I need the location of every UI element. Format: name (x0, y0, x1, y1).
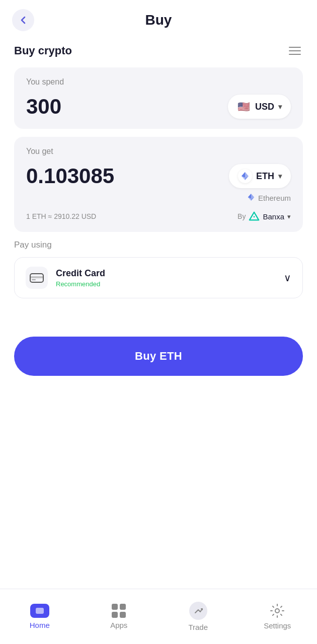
get-card: You get 0.103085 ETH ▾ (14, 137, 303, 232)
currency-selector-usd[interactable]: 🇺🇸 USD ▾ (228, 95, 291, 119)
apps-grid-cell-1 (112, 604, 118, 610)
svg-rect-12 (32, 279, 36, 280)
pay-chevron-icon: ∨ (284, 272, 291, 284)
settings-icon (270, 603, 285, 618)
svg-marker-2 (242, 172, 245, 178)
get-row: 0.103085 ETH ▾ (26, 164, 291, 188)
payment-method-selector[interactable]: Credit Card Recommended ∨ (14, 257, 303, 298)
provider-chevron-icon: ▾ (287, 213, 291, 220)
menu-line-2 (289, 50, 301, 51)
usd-chevron-icon: ▾ (278, 103, 282, 111)
trade-icon (189, 602, 207, 620)
spend-row: 300 🇺🇸 USD ▾ (26, 95, 291, 119)
menu-button[interactable] (287, 45, 303, 57)
nav-label-home: Home (30, 621, 50, 629)
buy-eth-button[interactable]: Buy ETH (14, 337, 303, 376)
apps-grid-cell-3 (112, 612, 118, 618)
svg-rect-11 (30, 276, 43, 278)
get-label: You get (26, 147, 291, 156)
spend-label: You spend (26, 77, 291, 87)
trade-icon-svg (193, 606, 203, 616)
back-button[interactable] (12, 9, 34, 31)
menu-line-1 (289, 47, 301, 48)
header: Buy (0, 0, 317, 36)
apps-icon (112, 604, 126, 618)
spend-card: You spend 300 🇺🇸 USD ▾ (14, 67, 303, 129)
eth-icon (238, 169, 252, 183)
menu-line-3 (289, 54, 301, 55)
svg-marker-6 (248, 194, 251, 199)
eth-label: ETH (256, 171, 274, 182)
rate-text: 1 ETH ≈ 2910.22 USD (26, 212, 96, 220)
currency-selector-eth[interactable]: ETH ▾ (229, 164, 291, 188)
get-amount: 0.103085 (26, 164, 114, 188)
credit-card-icon (30, 272, 44, 283)
apps-grid-cell-2 (120, 604, 126, 610)
nav-item-home[interactable]: Home (0, 604, 80, 629)
nav-item-trade[interactable]: Trade (158, 602, 238, 631)
banxa-icon (249, 211, 260, 222)
pay-method-name: Credit Card (56, 268, 105, 279)
usd-label: USD (255, 102, 274, 112)
apps-grid-cell-4 (120, 612, 126, 618)
eth-name-row: Ethereum (26, 193, 291, 203)
bottom-nav: Home Apps Trade Settings (0, 589, 317, 644)
section-header: Buy crypto (14, 44, 303, 57)
eth-full-name: Ethereum (258, 194, 291, 202)
pay-card-left: Credit Card Recommended (26, 267, 105, 289)
main-content: Buy crypto You spend 300 🇺🇸 USD ▾ You ge… (0, 36, 317, 306)
page-title: Buy (145, 12, 172, 28)
credit-card-icon-wrap (26, 267, 48, 289)
usd-flag: 🇺🇸 (237, 100, 251, 114)
home-icon (30, 604, 49, 618)
pay-section: Pay using Credit Card Recommended ∨ (14, 240, 303, 298)
provider-prefix: By (237, 212, 246, 220)
recommended-badge: Recommended (56, 280, 105, 288)
provider-selector[interactable]: By Banxa ▾ (237, 211, 291, 222)
nav-label-settings: Settings (264, 621, 291, 630)
rate-row: 1 ETH ≈ 2910.22 USD By Banxa ▾ (26, 211, 291, 222)
eth-small-icon (247, 193, 255, 203)
pay-method-info: Credit Card Recommended (56, 268, 105, 288)
nav-item-apps[interactable]: Apps (80, 604, 159, 629)
nav-label-trade: Trade (188, 623, 208, 631)
spend-amount: 300 (26, 95, 61, 119)
buy-button-wrap: Buy ETH (0, 337, 317, 376)
svg-point-9 (254, 216, 255, 218)
nav-label-apps: Apps (110, 621, 127, 629)
provider-name: Banxa (263, 212, 284, 221)
svg-point-13 (275, 609, 279, 613)
home-icon-inner (36, 608, 44, 614)
pay-label: Pay using (14, 240, 303, 250)
eth-chevron-icon: ▾ (278, 172, 282, 180)
nav-item-settings[interactable]: Settings (238, 603, 318, 630)
section-title: Buy crypto (14, 44, 72, 57)
